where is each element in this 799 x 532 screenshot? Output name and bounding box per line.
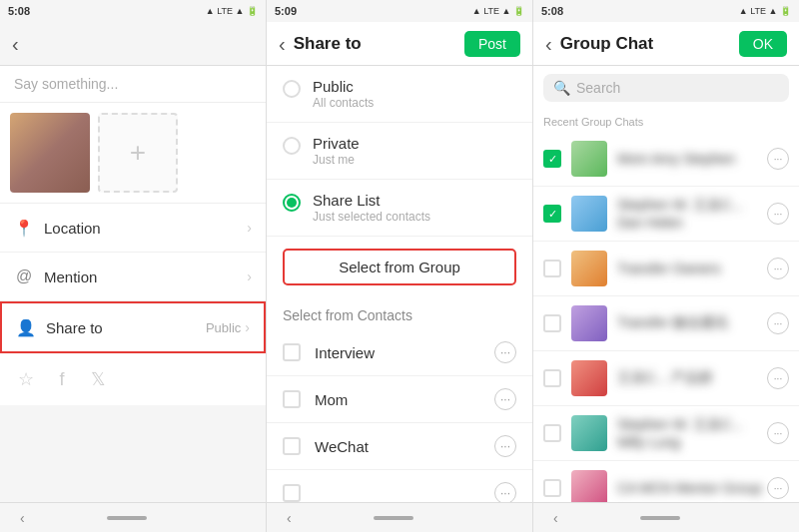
- group-row-1[interactable]: Mom Amy Stephen ···: [533, 132, 799, 187]
- more-dots-1[interactable]: ···: [767, 148, 789, 170]
- post-button[interactable]: Post: [464, 31, 520, 57]
- group-checkbox-7[interactable]: [543, 479, 561, 497]
- group-avatar-3: [571, 251, 607, 286]
- group-checkbox-3[interactable]: [543, 260, 561, 277]
- share-list-option[interactable]: Share List Just selected contacts: [267, 180, 532, 237]
- more-button-mom[interactable]: ···: [494, 388, 516, 410]
- public-option[interactable]: Public All contacts: [267, 66, 532, 123]
- group-name-6: Stephen W. 王吴C... Milly Lung: [617, 416, 767, 450]
- contact-checkbox-4[interactable]: [283, 484, 301, 502]
- more-button-wechat[interactable]: ···: [494, 435, 516, 457]
- group-name-4: Transfer 微信通讯: [617, 314, 767, 332]
- location-menu-item[interactable]: 📍 Location ›: [0, 204, 266, 253]
- share-to-chevron: ›: [245, 319, 250, 335]
- group-checkbox-4[interactable]: [543, 314, 561, 332]
- share-to-value: Public: [206, 320, 241, 335]
- mention-icon: @: [14, 266, 34, 286]
- nav-back-1[interactable]: ‹: [20, 510, 25, 526]
- more-dots-4[interactable]: ···: [767, 312, 789, 334]
- panel-share-to: 5:09 ▲ LTE ▲ 🔋 ‹ Share to Post Public Al…: [267, 0, 533, 532]
- time-3: 5:08: [541, 5, 563, 17]
- select-from-group-button[interactable]: Select from Group: [283, 249, 516, 285]
- status-bar-2: 5:09 ▲ LTE ▲ 🔋: [267, 0, 532, 22]
- search-icon: 🔍: [553, 80, 570, 96]
- back-button-3[interactable]: ‹: [545, 34, 552, 54]
- say-something-input[interactable]: Say something...: [0, 66, 266, 103]
- back-button-1[interactable]: ‹: [12, 34, 19, 54]
- group-chat-title: Group Chat: [560, 34, 739, 54]
- contact-row-wechat[interactable]: WeChat ···: [267, 423, 532, 470]
- share-to-title: Share to: [294, 34, 464, 54]
- nav-back-2[interactable]: ‹: [287, 510, 292, 526]
- group-row-5[interactable]: 王吴C... 产品群 ···: [533, 351, 799, 406]
- search-bar[interactable]: 🔍 Search: [543, 74, 789, 102]
- contact-name-interview: Interview: [315, 344, 494, 361]
- bottom-nav-2: ‹: [267, 502, 532, 532]
- status-icons-3: ▲ LTE ▲ 🔋: [739, 6, 791, 16]
- share-to-menu-item[interactable]: 👤 Share to Public ›: [0, 301, 266, 353]
- contact-checkbox-mom[interactable]: [283, 390, 301, 408]
- public-radio[interactable]: [283, 80, 301, 98]
- mention-menu-item[interactable]: @ Mention ›: [0, 253, 266, 301]
- share-list-option-title: Share List: [313, 192, 430, 209]
- group-checkbox-2[interactable]: [543, 205, 561, 223]
- group-avatar-6: [571, 415, 607, 451]
- group-checkbox-1[interactable]: [543, 150, 561, 168]
- mention-label: Mention: [44, 268, 247, 285]
- group-checkbox-6[interactable]: [543, 424, 561, 442]
- media-thumb: [10, 113, 90, 193]
- more-button-interview[interactable]: ···: [494, 341, 516, 363]
- media-image: [10, 113, 90, 193]
- contact-row-mom[interactable]: Mom ···: [267, 376, 532, 423]
- contact-name-wechat: WeChat: [315, 438, 494, 455]
- more-dots-6[interactable]: ···: [767, 422, 789, 444]
- more-dots-5[interactable]: ···: [767, 367, 789, 389]
- ok-button[interactable]: OK: [739, 31, 787, 57]
- group-row-6[interactable]: Stephen W. 王吴C... Milly Lung ···: [533, 406, 799, 461]
- contact-checkbox-wechat[interactable]: [283, 437, 301, 455]
- back-button-2[interactable]: ‹: [279, 34, 286, 54]
- contact-name-mom: Mom: [315, 391, 494, 408]
- private-option-subtitle: Just me: [313, 153, 360, 167]
- more-dots-7[interactable]: ···: [767, 477, 789, 499]
- share-to-icon: 👤: [16, 317, 36, 337]
- nav-back-3[interactable]: ‹: [553, 510, 558, 526]
- public-option-title: Public: [313, 78, 374, 95]
- twitter-icon[interactable]: 𝕏: [86, 367, 110, 391]
- group-name-2: Stephen W. 王吴C... Dan Helen: [617, 197, 767, 231]
- bottom-nav-1: ‹: [0, 502, 266, 532]
- group-avatar-1: [571, 141, 607, 177]
- group-name-7: CA MCN Mentor Group: [617, 480, 767, 496]
- facebook-icon[interactable]: f: [50, 367, 74, 391]
- group-checkbox-5[interactable]: [543, 369, 561, 387]
- nav-pill-3: [640, 516, 680, 520]
- contact-checkbox-interview[interactable]: [283, 343, 301, 361]
- compose-header: ‹: [0, 22, 266, 66]
- time-2: 5:09: [275, 5, 297, 17]
- share-list-option-subtitle: Just selected contacts: [313, 210, 430, 224]
- more-dots-2[interactable]: ···: [767, 203, 789, 225]
- star-icon[interactable]: ☆: [14, 367, 38, 391]
- group-avatar-5: [571, 360, 607, 396]
- contact-row-interview[interactable]: Interview ···: [267, 329, 532, 376]
- private-option[interactable]: Private Just me: [267, 123, 532, 180]
- share-list-radio[interactable]: [283, 194, 301, 212]
- more-button-4[interactable]: ···: [494, 482, 516, 504]
- location-chevron: ›: [247, 220, 252, 236]
- share-to-header: ‹ Share to Post: [267, 22, 532, 66]
- group-row-2[interactable]: Stephen W. 王吴C... Dan Helen ···: [533, 187, 799, 242]
- group-avatar-4: [571, 305, 607, 341]
- group-row-4[interactable]: Transfer 微信通讯 ···: [533, 296, 799, 351]
- select-from-contacts-label: Select from Contacts: [267, 297, 532, 329]
- group-row-3[interactable]: Transfer Owners ···: [533, 242, 799, 296]
- location-label: Location: [44, 220, 247, 237]
- nav-pill-2: [374, 516, 413, 520]
- private-radio[interactable]: [283, 137, 301, 155]
- more-dots-3[interactable]: ···: [767, 258, 789, 279]
- location-icon: 📍: [14, 218, 34, 238]
- panel-compose: 5:08 ▲ LTE ▲ 🔋 ‹ Say something... + 📍 Lo…: [0, 0, 267, 532]
- status-icons-2: ▲ LTE ▲ 🔋: [472, 6, 524, 16]
- add-media-button[interactable]: +: [98, 113, 178, 193]
- group-name-1: Mom Amy Stephen: [617, 151, 767, 167]
- group-chat-header: ‹ Group Chat OK: [533, 22, 799, 66]
